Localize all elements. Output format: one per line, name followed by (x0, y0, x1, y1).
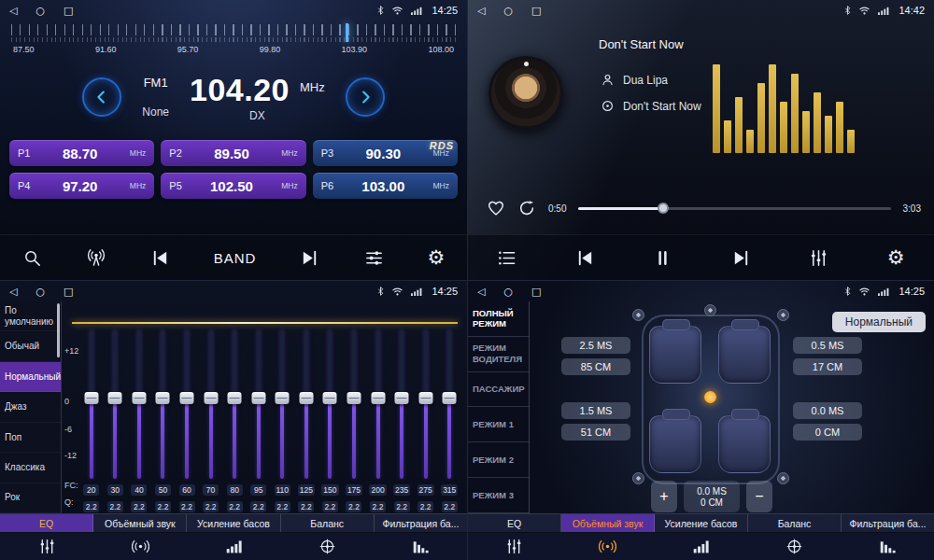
slider-knob[interactable] (323, 392, 337, 404)
speaker-front-right-icon[interactable] (777, 309, 789, 321)
decrease-delay-button[interactable]: − (746, 481, 772, 512)
preset-button[interactable]: P1 88.70 MHz (9, 140, 154, 166)
nav-home-icon[interactable]: ○ (35, 6, 45, 16)
settings-button[interactable]: ⚙ (428, 248, 446, 268)
eq-band-slider[interactable] (294, 329, 318, 479)
eq-band-slider[interactable] (414, 329, 438, 479)
slider-knob[interactable] (371, 392, 385, 404)
speaker-rear-left-icon[interactable] (632, 472, 644, 484)
nav-back-icon[interactable]: ◁ (9, 287, 17, 297)
increase-delay-button[interactable]: + (651, 481, 677, 512)
eq-band-slider[interactable] (318, 329, 343, 479)
eq-band-slider[interactable] (104, 329, 128, 479)
playlist-button[interactable] (497, 248, 517, 268)
nav-recents-icon[interactable]: □ (531, 287, 541, 297)
tab-surround[interactable]: Объёмный звук (93, 514, 187, 532)
tab-eq[interactable]: EQ (468, 514, 561, 532)
tab-balance[interactable]: Баланс (748, 514, 842, 532)
prev-track-button[interactable] (575, 248, 595, 268)
tab-filter[interactable]: Фильтрация ба... (842, 514, 934, 532)
favorite-heart-icon[interactable] (487, 199, 505, 217)
eq-band-slider[interactable] (175, 329, 199, 479)
surround-tab-icon[interactable] (561, 538, 655, 555)
slider-knob[interactable] (395, 392, 409, 404)
eq-band-slider[interactable] (437, 329, 461, 479)
eq-preset-item[interactable]: Рок (0, 483, 61, 513)
nav-home-icon[interactable]: ○ (503, 6, 513, 16)
eq-preset-item[interactable]: Классика (0, 453, 61, 483)
bass-boost-tab-icon[interactable] (655, 538, 748, 555)
slider-knob[interactable] (84, 392, 98, 404)
eq-band-slider[interactable] (222, 329, 247, 479)
sound-profile-chip[interactable]: Нормальный (832, 312, 926, 332)
eq-band-slider[interactable] (151, 329, 176, 479)
eq-band-slider[interactable] (271, 329, 295, 479)
tab-bass-boost[interactable]: Усиление басов (655, 514, 748, 532)
slider-knob[interactable] (276, 392, 290, 404)
tune-down-button[interactable] (82, 77, 121, 117)
nav-back-icon[interactable]: ◁ (9, 6, 17, 16)
settings-button[interactable]: ⚙ (887, 248, 905, 268)
listening-position-dot[interactable] (704, 391, 716, 403)
eq-band-slider[interactable] (127, 329, 151, 479)
bass-boost-tab-icon[interactable] (187, 538, 280, 555)
audio-effects-button[interactable] (364, 248, 384, 268)
listening-mode-item[interactable]: РЕЖИМ 1 (468, 407, 529, 442)
frequency-pointer[interactable] (346, 23, 348, 42)
broadcast-button[interactable] (86, 247, 106, 268)
slider-knob[interactable] (204, 392, 218, 404)
preset-button[interactable]: P2 89.50 MHz (161, 140, 305, 166)
eq-band-slider[interactable] (366, 329, 390, 479)
balance-tab-icon[interactable] (747, 538, 841, 555)
nav-back-icon[interactable]: ◁ (477, 287, 485, 297)
eq-preset-item[interactable]: Поп (0, 423, 61, 453)
listening-mode-item[interactable]: ПОЛНЫЙ РЕЖИМ (468, 301, 529, 337)
eq-preset-item[interactable]: Нормальный (0, 362, 61, 392)
listening-mode-item[interactable]: РЕЖИМ 3 (468, 478, 529, 513)
eq-tab-icon[interactable] (468, 538, 561, 555)
eq-tab-icon[interactable] (0, 538, 93, 555)
search-button[interactable] (22, 248, 42, 268)
nav-recents-icon[interactable]: □ (531, 6, 541, 16)
eq-band-slider[interactable] (342, 329, 366, 479)
eq-band-slider[interactable] (79, 329, 104, 479)
preset-button[interactable]: P4 97.20 MHz (9, 173, 154, 199)
tab-filter[interactable]: Фильтрация ба... (375, 514, 467, 532)
slider-knob[interactable] (418, 392, 432, 404)
next-station-button[interactable] (300, 248, 319, 268)
next-track-button[interactable] (731, 248, 751, 268)
nav-home-icon[interactable]: ○ (503, 287, 513, 297)
pause-button[interactable] (653, 248, 672, 268)
speaker-center-icon[interactable] (704, 304, 716, 316)
eq-preset-item[interactable]: Обычай (0, 331, 61, 361)
surround-tab-icon[interactable] (93, 538, 187, 555)
filter-tab-icon[interactable] (374, 538, 467, 555)
listening-mode-item[interactable]: РЕЖИМ 2 (468, 442, 529, 478)
slider-knob[interactable] (132, 392, 146, 404)
listening-mode-item[interactable]: РЕЖИМ ВОДИТЕЛЯ (468, 337, 529, 372)
eq-band-slider[interactable] (247, 329, 271, 479)
balance-tab-icon[interactable] (280, 538, 374, 555)
slider-knob[interactable] (156, 392, 170, 404)
slider-knob[interactable] (228, 392, 242, 404)
preset-button[interactable]: P5 102.50 MHz (161, 173, 305, 199)
band-button[interactable]: BAND (214, 250, 257, 266)
tab-surround[interactable]: Объёмный звук (561, 514, 655, 532)
slider-knob[interactable] (347, 392, 361, 404)
eq-preset-item[interactable]: Джаз (0, 392, 61, 422)
nav-recents-icon[interactable]: □ (64, 287, 73, 297)
slider-knob[interactable] (299, 392, 313, 404)
nav-back-icon[interactable]: ◁ (477, 6, 485, 16)
tab-bass-boost[interactable]: Усиление басов (187, 514, 280, 532)
speaker-rear-right-icon[interactable] (777, 472, 789, 484)
filter-tab-icon[interactable] (841, 538, 934, 555)
nav-home-icon[interactable]: ○ (35, 287, 45, 297)
slider-knob[interactable] (180, 392, 194, 404)
nav-recents-icon[interactable]: □ (64, 6, 73, 16)
slider-knob[interactable] (251, 392, 265, 404)
eq-preset-item[interactable]: По умолчанию (0, 301, 61, 331)
tune-up-button[interactable] (346, 77, 385, 117)
preset-button[interactable]: P6 103.00 MHz (313, 173, 458, 199)
progress-knob[interactable] (658, 203, 669, 214)
equalizer-button[interactable] (809, 248, 828, 268)
